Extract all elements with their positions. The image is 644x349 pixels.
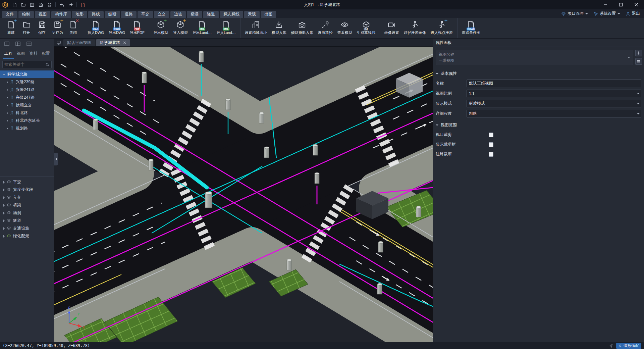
menu-tab-interchange[interactable]: 立交: [154, 11, 169, 18]
show-clip-frame-checkbox[interactable]: [489, 142, 493, 147]
tree-item-road[interactable]: 接顺立交: [0, 101, 54, 109]
print-button[interactable]: [45, 1, 53, 8]
ribbon-item-export-pdf[interactable]: PDF导出PDF: [127, 18, 147, 38]
category-traffic-facility[interactable]: 交通设施: [0, 225, 54, 232]
close-tab-icon[interactable]: [123, 41, 126, 44]
ribbon-item-close[interactable]: 关闭: [65, 18, 81, 38]
sidebar-tab-data[interactable]: 资料: [28, 49, 39, 59]
viewport-layout-icon[interactable]: [54, 40, 63, 46]
menu-tab-profile[interactable]: 纵断: [105, 11, 120, 18]
annotation-clip-checkbox[interactable]: [489, 152, 493, 157]
menu-tab-file[interactable]: 文件: [2, 11, 17, 18]
ribbon-item-save-as[interactable]: 另存为: [50, 18, 65, 38]
new-doc-button[interactable]: [10, 1, 18, 8]
open-doc-button[interactable]: [19, 1, 27, 8]
menu-tab-view[interactable]: 视图: [35, 11, 50, 18]
sidebar-collapse-handle[interactable]: [54, 153, 58, 165]
sidebar-tab-project[interactable]: 工程: [3, 49, 14, 59]
ribbon-item-import-landxml[interactable]: XML导入Land…: [214, 18, 238, 38]
search-input[interactable]: [4, 62, 44, 67]
tree-item-road[interactable]: 兴隆239路: [0, 78, 54, 86]
save-all-button[interactable]: [37, 1, 45, 8]
sidebar-tab-config[interactable]: 配置: [40, 49, 51, 59]
menu-tab-output[interactable]: 出图: [261, 11, 276, 18]
ribbon-item-new[interactable]: 新建: [3, 18, 19, 38]
category-greening[interactable]: 绿化配景: [0, 232, 54, 240]
tree-item-road[interactable]: 兴隆241路: [0, 86, 54, 94]
section-basic-properties[interactable]: 基本属性: [433, 68, 644, 79]
ribbon-item-save[interactable]: 保存: [34, 18, 50, 38]
menu-tab-draw[interactable]: 绘制: [18, 11, 34, 18]
ribbon-item-open[interactable]: 打开: [19, 18, 34, 38]
menu-tab-landscape[interactable]: 景观: [244, 11, 260, 18]
view-name-input[interactable]: [467, 80, 641, 87]
ribbon-item-export-landxml[interactable]: XML导出Land…: [190, 18, 214, 38]
recent-doc-button[interactable]: [79, 1, 87, 8]
project-manage-menu[interactable]: 项目管理: [561, 11, 588, 16]
menu-tab-bridge-culvert[interactable]: 桥涵: [187, 11, 202, 18]
system-settings-menu[interactable]: 系统设置: [593, 11, 620, 16]
maximize-button[interactable]: [613, 0, 629, 9]
category-at-grade[interactable]: 平交: [0, 178, 54, 186]
menu-tab-at-grade[interactable]: 平交: [138, 11, 153, 18]
viewport-3d-scene[interactable]: Z Y X: [54, 47, 433, 342]
ribbon-item-export-dwg[interactable]: DWG导出DWG: [106, 18, 127, 38]
ribbon-item-import-model[interactable]: 导入模型: [171, 18, 190, 38]
doc-tab-model-view[interactable]: 科学城北路: [96, 39, 130, 46]
view-selector-label: 视图名称: [439, 52, 628, 57]
ribbon-item-roam-path[interactable]: 漫游路径: [316, 18, 335, 38]
ribbon-item-road-condition-drawing[interactable]: ROAD道路条件图: [460, 18, 483, 38]
doc-tab-plan-view[interactable]: 默认平面视图: [63, 39, 95, 46]
ribbon-item-set-address[interactable]: 设置鸿城地址: [243, 18, 269, 38]
add-view-button[interactable]: [635, 50, 642, 56]
tree-item-road[interactable]: 科北路: [0, 109, 54, 117]
viewport-3d[interactable]: Z Y X: [54, 47, 433, 342]
detail-level-select[interactable]: 粗略: [467, 110, 641, 117]
tree-item-road[interactable]: 科北路东延长: [0, 117, 54, 124]
menu-tab-slope[interactable]: 边坡: [170, 11, 186, 18]
ribbon-item-offline-package[interactable]: GJ生成离线包: [355, 18, 378, 38]
category-interchange[interactable]: 立交: [0, 194, 54, 201]
minimize-button[interactable]: [598, 0, 613, 9]
display-mode-select[interactable]: 材质模式: [467, 100, 641, 107]
magnifier-icon: [619, 344, 622, 348]
ribbon-item-insert-dwg[interactable]: CAD插入DWG: [85, 18, 106, 38]
category-culvert[interactable]: 涵洞: [0, 209, 54, 217]
section-view-range[interactable]: 视图范围: [433, 119, 644, 130]
status-gear-icon[interactable]: [609, 344, 613, 348]
view-scale-select[interactable]: 1:1: [467, 90, 641, 97]
tree-root-item[interactable]: 科学城北路: [0, 70, 54, 78]
undo-button[interactable]: [58, 1, 66, 8]
panel-layout-icon[interactable]: [15, 41, 21, 47]
ribbon-item-export-model[interactable]: 导出模型: [151, 18, 171, 38]
ribbon-item-model-upload[interactable]: 模型入库: [269, 18, 289, 38]
view-list-button[interactable]: [635, 58, 642, 65]
view-selector-combo[interactable]: 视图名称 三维视图: [436, 50, 633, 65]
save-button[interactable]: [28, 1, 36, 8]
exit-menu[interactable]: 退出: [626, 11, 640, 16]
zoom-fit-button[interactable]: 缩放适配: [616, 343, 641, 349]
tree-item-road[interactable]: 规划路: [0, 124, 54, 132]
category-bridge[interactable]: 桥梁: [0, 201, 54, 209]
ribbon-item-view-model[interactable]: 查看模型: [335, 18, 355, 38]
menu-tab-markings[interactable]: 标志标线: [220, 11, 243, 18]
menu-tab-alignment[interactable]: 路线: [88, 11, 104, 18]
menu-tab-terrain[interactable]: 地形: [72, 11, 87, 18]
category-width-transition[interactable]: 宽度变化段: [0, 186, 54, 194]
ribbon-item-viewpoint-roam[interactable]: 进入视点漫游: [428, 18, 455, 38]
chevron-left-icon: [56, 158, 57, 160]
sidebar-tab-view[interactable]: 视图: [15, 49, 26, 59]
category-tunnel[interactable]: 隧道: [0, 217, 54, 225]
redo-button[interactable]: [66, 1, 74, 8]
tree-item-road[interactable]: 兴隆247路: [0, 94, 54, 101]
panel-grid-icon[interactable]: [26, 41, 32, 47]
menu-tab-library[interactable]: 构件库: [51, 11, 71, 18]
ribbon-item-record-settings[interactable]: 录像设置: [382, 18, 401, 38]
viewport-clip-checkbox[interactable]: [489, 133, 493, 137]
ribbon-item-oblique-photo-upload[interactable]: 倾斜摄影入库: [289, 18, 316, 38]
ribbon-item-path-roam-record[interactable]: 路径漫游录像: [401, 18, 428, 38]
menu-tab-tunnel[interactable]: 隧道: [203, 11, 219, 18]
close-button[interactable]: [629, 0, 644, 9]
menu-tab-road[interactable]: 道路: [121, 11, 137, 18]
panel-columns-icon[interactable]: [4, 41, 10, 47]
